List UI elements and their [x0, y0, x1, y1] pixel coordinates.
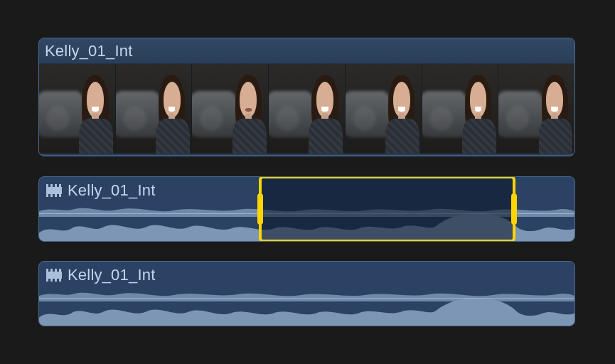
clip-title-label: Kelly_01_Int [45, 42, 133, 60]
audio-clip[interactable]: Kelly_01_Int [38, 261, 575, 326]
thumbnail[interactable] [115, 64, 192, 154]
clip-title-label: Kelly_01_Int [68, 266, 156, 284]
timeline-browser: Kelly_01_Int Kelly_01_Int [0, 0, 615, 364]
clip-title-bar: Kelly_01_Int [39, 38, 574, 64]
thumbnail[interactable] [498, 64, 574, 154]
audio-midline [39, 298, 574, 299]
waveform-lower [39, 296, 574, 326]
thumbnail[interactable] [39, 64, 115, 154]
filmstrip-icon [46, 184, 62, 197]
clip-title-bar: Kelly_01_Int [39, 262, 574, 289]
audio-clip[interactable]: Kelly_01_Int [38, 176, 575, 242]
filmstrip[interactable] [39, 64, 574, 154]
video-clip[interactable]: Kelly_01_Int [38, 38, 575, 156]
thumbnail[interactable] [422, 64, 498, 154]
audio-midline [39, 213, 574, 214]
clip-title-label: Kelly_01_Int [68, 181, 156, 200]
thumbnail[interactable] [345, 64, 422, 154]
filmstrip-icon [46, 269, 62, 282]
thumbnail[interactable] [268, 64, 345, 154]
thumbnail[interactable] [191, 64, 268, 154]
clip-title-bar: Kelly_01_Int [39, 177, 574, 204]
waveform-lower [39, 212, 574, 241]
